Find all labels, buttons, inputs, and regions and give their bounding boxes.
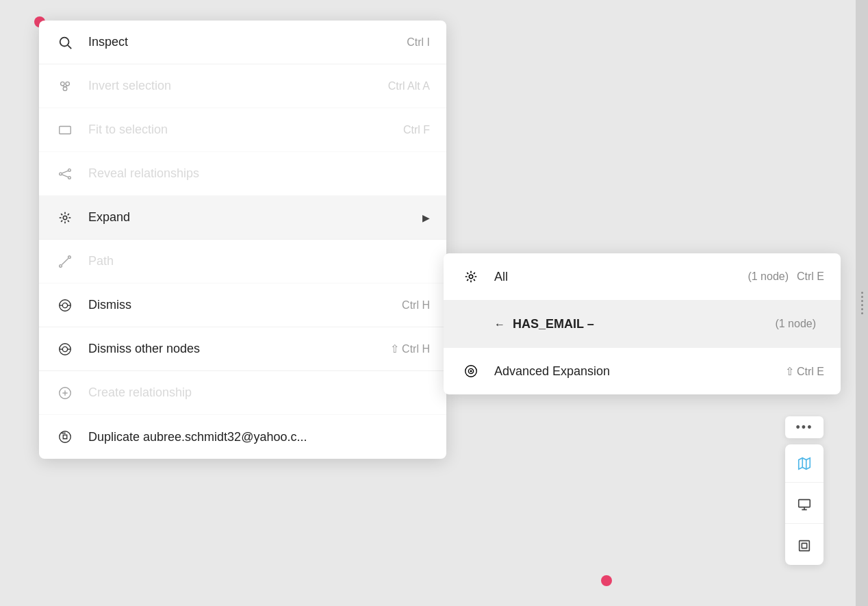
submenu-label-advanced-expansion: Advanced Expansion: [494, 364, 785, 379]
expand-arrow-icon: ▶: [422, 212, 430, 223]
menu-shortcut-dismiss-other-nodes: ⇧ Ctrl H: [390, 342, 430, 355]
svg-point-47: [470, 370, 472, 372]
submenu-item-advanced-expansion[interactable]: Advanced Expansion ⇧ Ctrl E: [444, 348, 841, 394]
create-relationship-icon: [55, 383, 75, 403]
menu-label-path: Path: [88, 254, 430, 268]
menu-label-expand: Expand: [88, 210, 414, 225]
submenu-item-has-email[interactable]: ← HAS_EMAIL – (1 node): [444, 301, 841, 348]
dismiss-other-icon: [55, 340, 75, 359]
svg-line-41: [467, 273, 468, 274]
svg-point-2: [61, 81, 65, 86]
svg-line-6: [65, 86, 68, 87]
toolbar-btn-presentation[interactable]: [785, 485, 824, 524]
submenu-count-all: (1 node): [748, 270, 789, 283]
menu-label-reveal-relationships: Reveal relationships: [88, 166, 430, 181]
toolbar-btn-frame[interactable]: [785, 527, 824, 565]
menu-item-invert-selection: Invert selection Ctrl Alt A: [39, 64, 446, 108]
svg-line-21: [61, 220, 62, 221]
more-label: •••: [796, 420, 813, 435]
svg-point-36: [469, 275, 473, 279]
submenu-expand-icon: [460, 266, 482, 288]
context-menu: Inspect Ctrl I Invert selection Ctrl Alt…: [39, 21, 446, 459]
svg-point-9: [68, 168, 71, 171]
has-email-icon: [460, 313, 482, 335]
menu-item-path: Path: [39, 240, 446, 283]
menu-shortcut-inspect: Ctrl I: [407, 36, 430, 49]
svg-line-12: [62, 174, 68, 177]
invert-icon: [55, 77, 75, 96]
svg-line-42: [474, 279, 475, 281]
svg-point-10: [68, 176, 71, 179]
submenu-item-all[interactable]: All (1 node) Ctrl E: [444, 253, 841, 301]
duplicate-icon: [55, 427, 75, 446]
path-icon: [55, 252, 75, 271]
svg-point-22: [60, 264, 62, 267]
toolbar-btn-map[interactable]: [785, 444, 824, 483]
svg-rect-54: [802, 543, 806, 548]
svg-line-1: [68, 45, 71, 49]
fit-icon: [55, 121, 75, 140]
svg-point-3: [66, 81, 70, 86]
menu-item-dismiss-other-nodes[interactable]: Dismiss other nodes ⇧ Ctrl H: [39, 327, 446, 371]
submenu-label-all: All: [494, 270, 748, 284]
reveal-icon: [55, 164, 75, 184]
submenu-label-has-email: ← HAS_EMAIL –: [494, 317, 775, 331]
menu-item-dismiss[interactable]: Dismiss Ctrl H: [39, 283, 446, 327]
dismiss-icon: [55, 296, 75, 315]
menu-label-dismiss: Dismiss: [88, 298, 402, 312]
menu-label-fit-to-selection: Fit to selection: [88, 123, 403, 137]
svg-line-20: [68, 214, 69, 215]
svg-line-43: [474, 273, 475, 274]
svg-line-44: [467, 279, 468, 281]
svg-line-18: [61, 214, 62, 215]
menu-item-duplicate[interactable]: Duplicate aubree.schmidt32@yahoo.c...: [39, 415, 446, 459]
menu-shortcut-dismiss: Ctrl H: [402, 299, 430, 312]
svg-rect-7: [60, 126, 71, 134]
menu-item-expand[interactable]: Expand ▶: [39, 196, 446, 240]
menu-label-invert-selection: Invert selection: [88, 79, 388, 93]
submenu-shortcut-all: Ctrl E: [797, 270, 824, 283]
svg-point-23: [68, 255, 71, 258]
pink-dot-bottom: [601, 575, 612, 586]
expand-icon: [55, 208, 75, 227]
menu-label-inspect: Inspect: [88, 35, 407, 49]
sidebar-dots: [861, 292, 863, 314]
has-email-arrow: ←: [494, 318, 505, 330]
search-icon: [55, 33, 75, 52]
svg-point-25: [62, 303, 67, 307]
right-sidebar: [856, 0, 868, 606]
svg-point-8: [60, 173, 62, 175]
menu-label-dismiss-other-nodes: Dismiss other nodes: [88, 342, 390, 356]
menu-item-fit-to-selection: Fit to selection Ctrl F: [39, 108, 446, 152]
bottom-toolbar: [785, 444, 824, 565]
expand-submenu: All (1 node) Ctrl E ← HAS_EMAIL – (1 nod…: [444, 253, 841, 394]
menu-item-inspect[interactable]: Inspect Ctrl I: [39, 21, 446, 64]
svg-line-19: [68, 220, 69, 221]
menu-shortcut-invert-selection: Ctrl Alt A: [388, 80, 430, 92]
menu-item-reveal-relationships: Reveal relationships: [39, 152, 446, 196]
menu-shortcut-fit-to-selection: Ctrl F: [403, 124, 430, 136]
svg-point-4: [63, 86, 67, 90]
svg-rect-53: [800, 541, 810, 551]
svg-line-11: [62, 171, 68, 173]
svg-point-29: [62, 346, 67, 351]
svg-line-5: [62, 86, 65, 87]
advanced-expansion-icon: [460, 360, 482, 382]
svg-rect-50: [799, 499, 810, 507]
svg-point-13: [63, 216, 67, 220]
menu-label-create-relationship: Create relationship: [88, 386, 430, 400]
svg-point-0: [60, 37, 69, 46]
menu-item-create-relationship: Create relationship: [39, 371, 446, 415]
submenu-count-has-email: (1 node): [775, 318, 816, 330]
more-button[interactable]: •••: [785, 416, 824, 438]
menu-label-duplicate: Duplicate aubree.schmidt32@yahoo.c...: [88, 430, 430, 444]
submenu-shortcut-advanced-expansion: ⇧ Ctrl E: [785, 365, 824, 378]
